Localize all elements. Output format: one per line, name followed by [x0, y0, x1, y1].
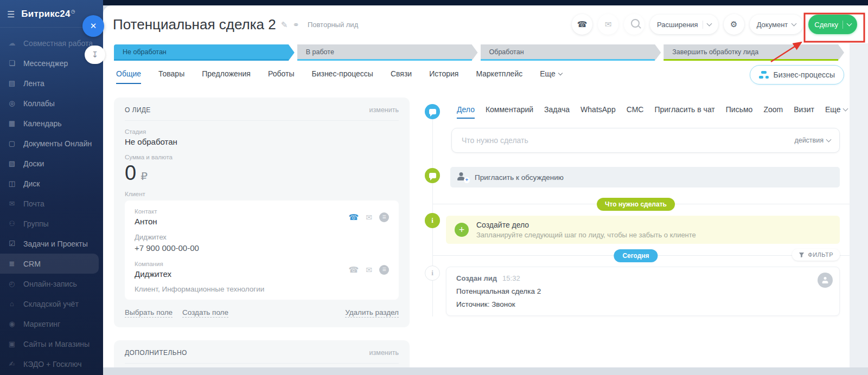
actions-dropdown[interactable]: действия — [794, 137, 831, 144]
tab-history[interactable]: История — [429, 69, 458, 84]
tab-marketplace[interactable]: Маркетплейс — [476, 69, 522, 84]
edit-section-link[interactable]: изменить — [369, 106, 399, 114]
copy-link-icon[interactable]: ⚭ — [292, 20, 299, 30]
tab-more[interactable]: Еще — [540, 69, 562, 84]
select-field-link[interactable]: Выбрать поле — [125, 308, 173, 318]
contact-chat-icon[interactable]: ☰ — [379, 212, 389, 222]
sidebar-item-calendar[interactable]: ▦Календарь — [0, 113, 103, 133]
contact-company-name[interactable]: Диджитех — [135, 233, 389, 241]
sidebar-item-groups[interactable]: ⚇Группы — [0, 214, 103, 234]
tl-tab-whatsapp[interactable]: WhatsApp — [580, 105, 616, 119]
todo-input[interactable] — [461, 135, 794, 145]
company-name[interactable]: Диджитех — [135, 269, 171, 279]
sidebar-item-sites-stores[interactable]: ▣Сайты и Магазины — [0, 334, 103, 354]
sidebar-item-crm[interactable]: ≣CRM — [0, 254, 99, 274]
chevron-down-icon — [792, 21, 797, 27]
extensions-dropdown[interactable]: Расширения — [650, 15, 718, 34]
bitrix24-logo[interactable]: Битрикс24◷ — [21, 9, 75, 20]
client-box: Контакт Антон ☎ ✉ ☰ Диджитех +7 900 000-… — [125, 201, 399, 300]
sidebar-item-tasks-projects[interactable]: ☑Задачи и Проекты — [0, 234, 103, 254]
header-actions: ☎ ✉ Расширения ⚙ Документ Сделку — [572, 14, 857, 35]
sidebar-item-feed[interactable]: ▤Лента — [0, 73, 103, 93]
company-call-icon[interactable]: ☎ — [349, 265, 359, 275]
tl-tab-more[interactable]: Еще — [825, 105, 848, 119]
email-button[interactable]: ✉ — [598, 14, 618, 35]
tl-tab-activity[interactable]: Дело — [457, 105, 475, 119]
tl-tab-letter[interactable]: Письмо — [726, 105, 753, 119]
page-header: Потенциальная сделка 2 ✎ ⚭ Повторный лид — [113, 16, 358, 33]
tab-general[interactable]: Общие — [116, 69, 141, 84]
panel-title: ДОПОЛНИТЕЛЬНО — [125, 349, 187, 357]
sidebar-item-label: Коллабы — [23, 99, 55, 108]
sidebar-item-collabs[interactable]: ◎Коллабы — [0, 93, 103, 113]
sidebar-item-warehouse[interactable]: ⌂Складской учёт — [0, 294, 103, 314]
gear-icon: ⚙ — [730, 20, 737, 29]
tl-tab-zoom[interactable]: Zoom — [763, 105, 783, 119]
settings-button[interactable]: ⚙ — [724, 14, 744, 35]
tab-business-processes[interactable]: Бизнес-процессы — [311, 69, 373, 84]
sidebar-item-documents-online[interactable]: ▢Документы Онлайн — [0, 133, 103, 153]
stage-not-processed[interactable]: Не обработан — [114, 44, 295, 61]
close-slider-button[interactable]: ✕ — [82, 15, 104, 37]
collapse-panel-button[interactable]: ↧ — [85, 46, 105, 64]
contact-label: Контакт — [135, 208, 157, 215]
event-time: 15:32 — [502, 274, 520, 282]
actions-label: действия — [794, 137, 824, 144]
lead-fields-column: О ЛИДЕ изменить Стадия Не обработан Сумм… — [114, 98, 410, 367]
filter-button[interactable]: ФИЛЬТР — [792, 249, 840, 261]
divider — [125, 363, 399, 364]
chevron-down-icon — [843, 106, 848, 112]
sidebar-item-mail[interactable]: ✉Почта — [0, 193, 103, 214]
add-activity-plus-icon[interactable]: + — [455, 223, 469, 237]
contact-mail-icon[interactable]: ✉ — [366, 213, 372, 222]
tab-products[interactable]: Товары — [158, 69, 184, 84]
contact-phone-number[interactable]: +7 900 000-00-00 — [135, 243, 389, 253]
create-deal-button[interactable]: Сделку — [808, 15, 857, 34]
tab-label: Маркетплейс — [476, 69, 522, 78]
amount-value[interactable]: 0 — [125, 163, 136, 183]
tab-quotes[interactable]: Предложения — [202, 69, 251, 84]
document-dropdown[interactable]: Документ — [750, 15, 803, 34]
sidebar-item-online-booking[interactable]: ◴Онлайн-запись — [0, 274, 103, 294]
sidebar-item-kedo[interactable]: ✍КЭДО + Госключ — [0, 354, 103, 374]
today-badge[interactable]: Сегодня — [614, 249, 658, 262]
call-button[interactable]: ☎ — [572, 14, 592, 35]
contact-call-icon[interactable]: ☎ — [349, 212, 359, 222]
sidebar-item-disk[interactable]: ◫Диск — [0, 173, 103, 193]
messenger-icon: ❏ — [7, 59, 17, 67]
delete-section-link[interactable]: Удалить раздел — [345, 308, 399, 318]
tab-robots[interactable]: Роботы — [268, 69, 294, 84]
company-chat-icon[interactable]: ☰ — [379, 265, 389, 275]
business-processes-button[interactable]: Бизнес-процессы — [750, 65, 844, 85]
stage-finish-processing[interactable]: Завершить обработку лида — [663, 44, 844, 61]
tab-label: Бизнес-процессы — [311, 69, 373, 78]
chevron-down-icon — [826, 137, 832, 143]
tl-tab-task[interactable]: Задача — [544, 105, 570, 119]
company-mail-icon[interactable]: ✉ — [366, 266, 372, 274]
contact-name[interactable]: Антон — [135, 217, 157, 226]
booking-icon: ◴ — [7, 280, 17, 288]
tl-tab-visit[interactable]: Визит — [794, 105, 814, 119]
stage-in-progress[interactable]: В работе — [297, 44, 478, 61]
notice-title[interactable]: Создайте дело — [476, 221, 696, 229]
edit-title-pencil-icon[interactable]: ✎ — [281, 20, 288, 30]
menu-hamburger-icon[interactable]: ☰ — [7, 9, 15, 20]
window-top-strip — [103, 0, 868, 5]
stage-field-value[interactable]: Не обработан — [125, 137, 399, 146]
create-field-link[interactable]: Создать поле — [182, 308, 228, 318]
sidebar-item-marketing[interactable]: ◉Маркетинг — [0, 314, 103, 334]
tl-tab-sms[interactable]: СМС — [627, 105, 644, 119]
search-duplicates-button[interactable] — [624, 14, 644, 35]
scroll-gutter[interactable] — [850, 43, 868, 367]
tl-tab-comment[interactable]: Комментарий — [486, 105, 533, 119]
stage-processed[interactable]: Обработан — [481, 44, 661, 61]
speech-bubble-glyph — [429, 109, 436, 114]
timeline-event-card[interactable]: Создан лид 15:32 Потенциальная сделка 2 … — [446, 267, 840, 316]
invite-to-discussion-row[interactable]: + Пригласить к обсуждению — [450, 167, 840, 188]
edit-section-link[interactable]: изменить — [369, 349, 399, 357]
sidebar-item-label: Группы — [23, 219, 49, 228]
event-avatar — [818, 273, 833, 288]
tl-tab-invite-to-chat[interactable]: Пригласить в чат — [654, 105, 714, 119]
sidebar-item-boards[interactable]: ▧Доски — [0, 153, 103, 173]
tab-connections[interactable]: Связи — [391, 69, 412, 84]
